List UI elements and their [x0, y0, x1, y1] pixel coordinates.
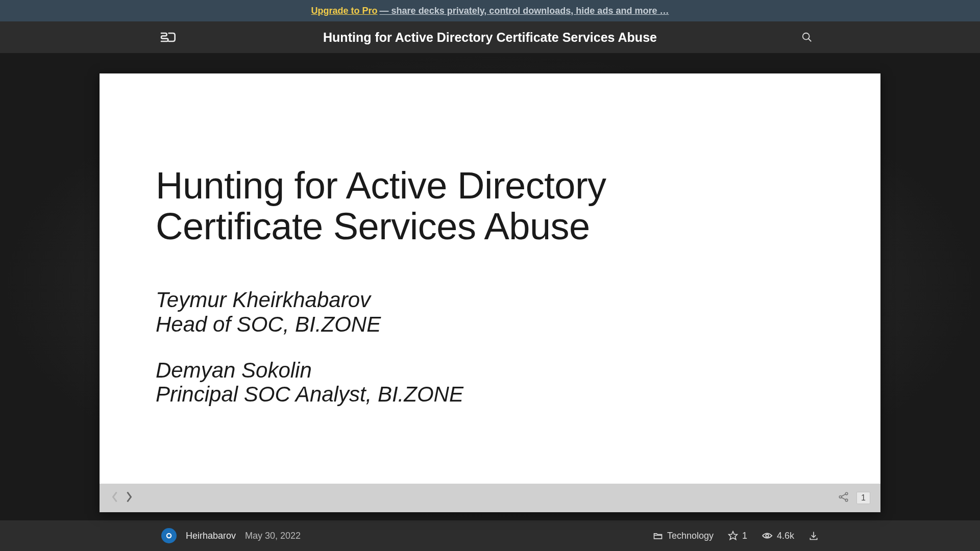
author1-role: Head of SOC, BI.ZONE: [156, 312, 824, 337]
chevron-left-icon: [110, 490, 120, 504]
chevron-right-icon: [124, 490, 134, 504]
star-button[interactable]: 1: [728, 531, 747, 541]
author-avatar[interactable]: [161, 528, 177, 543]
header-bar: Hunting for Active Directory Certificate…: [0, 21, 980, 53]
svg-line-1: [808, 39, 812, 42]
download-icon: [808, 531, 819, 541]
slide-container: Hunting for Active Directory Certificate…: [100, 73, 880, 512]
slide-number: 1: [856, 492, 870, 504]
upgrade-link[interactable]: Upgrade to Pro: [311, 6, 378, 16]
star-icon: [728, 531, 738, 541]
view-count: 4.6k: [777, 531, 794, 541]
svg-point-9: [167, 534, 170, 537]
footer-left: Heirhabarov May 30, 2022: [161, 528, 301, 543]
prev-slide-button[interactable]: [110, 490, 120, 506]
svg-line-5: [842, 494, 846, 497]
next-slide-button[interactable]: [124, 490, 134, 506]
author1-name: Teymur Kheirkhabarov: [156, 288, 824, 312]
page-title: Hunting for Active Directory Certificate…: [323, 30, 657, 45]
slide-controls-bar: 1: [100, 484, 880, 512]
category-label: Technology: [667, 531, 714, 541]
folder-icon: [653, 531, 663, 541]
nav-arrows: [110, 490, 134, 506]
share-icon: [838, 491, 849, 503]
star-count: 1: [742, 531, 747, 541]
svg-point-12: [766, 534, 769, 537]
author-block-2: Demyan Sokolin Principal SOC Analyst, BI…: [156, 358, 824, 407]
svg-line-6: [842, 497, 846, 500]
site-logo[interactable]: [159, 31, 176, 43]
svg-point-0: [803, 33, 810, 40]
publish-date: May 30, 2022: [245, 531, 301, 541]
share-button[interactable]: [838, 491, 849, 505]
eye-icon: [762, 531, 773, 541]
slide-title: Hunting for Active Directory Certificate…: [156, 165, 824, 247]
author2-name: Demyan Sokolin: [156, 358, 824, 383]
slide-content[interactable]: Hunting for Active Directory Certificate…: [100, 73, 880, 484]
views-stat: 4.6k: [762, 531, 794, 541]
category-link[interactable]: Technology: [653, 531, 714, 541]
promo-description: — share decks privately, control downloa…: [380, 6, 669, 16]
footer-right: Technology 1 4.6k: [653, 531, 819, 541]
main-presentation-area: Hunting for Active Directory Certificate…: [0, 53, 980, 520]
search-button[interactable]: [801, 32, 813, 43]
slide-right-controls: 1: [838, 491, 870, 505]
author-block-1: Teymur Kheirkhabarov Head of SOC, BI.ZON…: [156, 288, 824, 337]
promo-banner: Upgrade to Pro — share decks privately, …: [0, 0, 980, 21]
svg-marker-11: [729, 532, 738, 540]
download-button[interactable]: [808, 531, 819, 541]
slide-title-line2: Certificate Services Abuse: [156, 206, 824, 247]
author2-role: Principal SOC Analyst, BI.ZONE: [156, 382, 824, 407]
slide-title-line1: Hunting for Active Directory: [156, 165, 824, 206]
author-link[interactable]: Heirhabarov: [186, 531, 236, 541]
search-icon: [801, 32, 813, 43]
footer-bar: Heirhabarov May 30, 2022 Technology 1: [0, 520, 980, 551]
